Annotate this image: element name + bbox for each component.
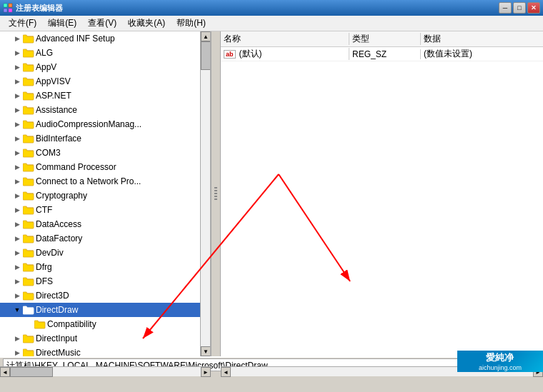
tree-item[interactable]: ▶ Direct3D	[0, 288, 210, 303]
tree-item[interactable]: ▼ DirectDraw	[0, 303, 210, 317]
panel-divider[interactable]	[211, 31, 221, 356]
svg-rect-10	[23, 122, 34, 129]
folder-icon	[23, 176, 34, 186]
tree-expander[interactable]: ▶	[11, 161, 23, 173]
tree-expander[interactable]: ▶	[11, 204, 23, 216]
hscroll-thumb[interactable]	[10, 367, 53, 377]
close-button[interactable]: ✕	[527, 2, 540, 14]
tree-scroll[interactable]: ▶ Advanced INF Setup▶ ALG▶ AppV▶ AppVISV…	[0, 31, 210, 356]
tree-expander[interactable]: ▶	[11, 261, 23, 273]
tree-expander[interactable]: ▶	[11, 119, 23, 130]
svg-rect-23	[23, 308, 34, 314]
tree-expander[interactable]: ▶	[11, 176, 23, 187]
tree-item[interactable]: ▶ Cryptography	[0, 189, 210, 203]
tree-item[interactable]: ▶ AudioCompressionManag...	[0, 117, 210, 131]
tree-panel: ▶ Advanced INF Setup▶ ALG▶ AppV▶ AppVISV…	[0, 31, 211, 356]
svg-rect-18	[23, 236, 34, 243]
tree-item[interactable]: ▶ COM3	[0, 146, 210, 160]
tree-expander[interactable]: ▶	[11, 47, 23, 59]
tree-item[interactable]: ▶ AppVISV	[0, 74, 210, 89]
tree-item[interactable]: Compatibility	[0, 317, 210, 331]
folder-icon	[23, 105, 34, 115]
menu-file[interactable]: 文件(F)	[3, 16, 42, 31]
scroll-track	[201, 41, 210, 346]
tree-expander[interactable]: ▶	[11, 104, 23, 116]
tree-expander[interactable]: ▶	[11, 218, 23, 230]
tree-expander[interactable]: ▶	[11, 90, 23, 101]
tree-item[interactable]: ▶ DataFactory	[0, 231, 210, 246]
tree-expander[interactable]: ▶	[11, 347, 23, 356]
tree-item-label: ASP.NET	[36, 91, 71, 101]
tree-item-label: DirectInput	[36, 333, 77, 343]
row-type: REG_SZ	[349, 49, 421, 59]
tree-item[interactable]: ▶ Assistance	[0, 103, 210, 117]
hscroll-right[interactable]: ►	[201, 367, 211, 377]
tree-expander[interactable]: ▶	[11, 233, 23, 244]
right-hscroll-left[interactable]: ◄	[221, 367, 231, 377]
scroll-up-button[interactable]: ▲	[201, 31, 211, 41]
tree-item-label: DevDiv	[36, 248, 64, 258]
tree-expander[interactable]: ▶	[11, 147, 23, 159]
folder-icon	[23, 191, 34, 201]
tree-item[interactable]: ▶ CTF	[0, 203, 210, 217]
tree-expander[interactable]: ▶	[11, 247, 23, 258]
folder-icon	[23, 333, 34, 343]
window-title: 注册表编辑器	[16, 3, 499, 14]
svg-rect-8	[23, 94, 34, 100]
menu-edit[interactable]: 编辑(E)	[42, 16, 82, 31]
tree-hscroll[interactable]: ◄ ►	[0, 366, 211, 376]
tree-item[interactable]: ▶ DataAccess	[0, 217, 210, 231]
menu-view[interactable]: 查看(V)	[82, 16, 122, 31]
header-data: 数据	[421, 33, 543, 45]
tree-item[interactable]: ▶ ALG	[0, 46, 210, 60]
svg-rect-1	[9, 4, 12, 7]
tree-item[interactable]: ▶ DirectMusic	[0, 346, 210, 356]
tree-item[interactable]: ▶ AppV	[0, 60, 210, 74]
row-name: ab (默认)	[221, 48, 349, 60]
tree-expander[interactable]: ▶	[11, 190, 23, 201]
tree-item-label: Dfrg	[36, 262, 52, 272]
tree-item[interactable]: ▶ DirectInput	[0, 331, 210, 346]
tree-item[interactable]: ▶ Command Processor	[0, 160, 210, 174]
folder-icon	[23, 134, 34, 144]
tree-scrollbar[interactable]: ▲ ▼	[200, 31, 210, 356]
svg-rect-6	[23, 65, 34, 71]
folder-icon	[23, 262, 34, 272]
tree-expander[interactable]: ▶	[11, 276, 23, 287]
scroll-down-button[interactable]: ▼	[201, 346, 211, 356]
row-data: (数值未设置)	[421, 48, 543, 60]
main-area: ▶ Advanced INF Setup▶ ALG▶ AppV▶ AppVISV…	[0, 31, 543, 356]
tree-item[interactable]: ▶ Advanced INF Setup	[0, 31, 210, 46]
tree-item[interactable]: ▶ Dfrg	[0, 260, 210, 274]
tree-item[interactable]: ▶ DFS	[0, 274, 210, 288]
maximize-button[interactable]: □	[513, 2, 526, 14]
hscroll-left[interactable]: ◄	[0, 367, 10, 377]
svg-rect-9	[23, 108, 34, 114]
minimize-button[interactable]: ─	[499, 2, 512, 14]
tree-expander[interactable]: ▶	[11, 76, 23, 87]
svg-rect-25	[23, 336, 34, 343]
tree-expander[interactable]: ▶	[11, 333, 23, 344]
tree-expander[interactable]: ▶	[11, 61, 23, 73]
folder-icon	[23, 119, 34, 129]
tree-item[interactable]: ▶ ASP.NET	[0, 89, 210, 103]
tree-expander[interactable]: ▶	[11, 290, 23, 301]
menu-help[interactable]: 帮助(H)	[171, 16, 211, 31]
svg-rect-4	[23, 36, 34, 43]
tree-item-label: ALG	[36, 48, 53, 58]
tree-expander[interactable]: ▶	[11, 33, 23, 44]
svg-rect-15	[23, 194, 34, 200]
table-row[interactable]: ab (默认) REG_SZ (数值未设置)	[221, 47, 543, 61]
tree-item[interactable]: ▶ DevDiv	[0, 246, 210, 260]
tree-item[interactable]: ▶ Connect to a Network Pro...	[0, 174, 210, 189]
scroll-thumb[interactable]	[201, 41, 211, 70]
watermark-logo: 愛純净	[479, 351, 522, 364]
tree-expander[interactable]: ▶	[11, 133, 23, 144]
tree-item-label: BidInterface	[36, 134, 81, 144]
tree-expander[interactable]: ▼	[11, 304, 23, 316]
svg-rect-11	[23, 136, 34, 143]
svg-rect-12	[23, 151, 34, 157]
tree-item[interactable]: ▶ BidInterface	[0, 131, 210, 146]
menu-favorites[interactable]: 收藏夹(A)	[122, 16, 171, 31]
tree-item-label: AppVISV	[36, 76, 71, 86]
